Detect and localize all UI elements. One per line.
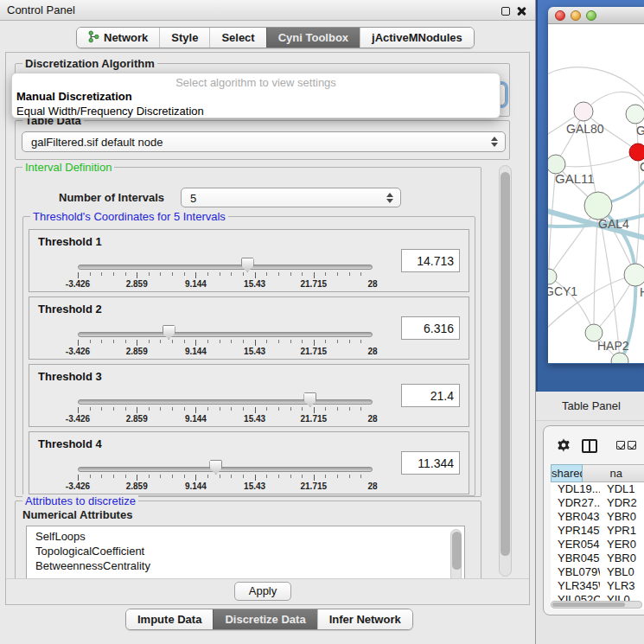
cell[interactable]: YBR043C — [551, 510, 600, 524]
table-data-combobox[interactable]: galFiltered.sif default node — [22, 131, 506, 152]
slider-thumb[interactable] — [303, 392, 316, 407]
node-label: HAP2 — [597, 339, 629, 353]
scale-tick-label: 21.715 — [301, 414, 328, 424]
threshold-2-slider[interactable]: -3.426 2.859 9.144 15.43 21.715 28 — [78, 323, 373, 358]
close-icon[interactable] — [516, 6, 526, 16]
zoom-traffic-light[interactable] — [586, 10, 596, 21]
checkbox-icon[interactable] — [628, 441, 636, 450]
table-row[interactable]: YLR345WYLR3 — [551, 579, 644, 593]
tab-infer-network[interactable]: Infer Network — [317, 609, 412, 629]
node-attribute-table: shared... na YDL19...YDL1 YDR27...YDR2 Y… — [551, 464, 644, 609]
list-scrollbar[interactable] — [450, 529, 462, 578]
tab-infer-network-label: Infer Network — [329, 613, 401, 626]
cyni-toolbox-panel: Discretization Algorithm Select algorith… — [5, 52, 530, 605]
list-item[interactable]: TopologicalCoefficient — [27, 544, 464, 558]
tab-style[interactable]: Style — [159, 28, 209, 48]
cell[interactable]: YDR27... — [551, 496, 600, 510]
tab-impute-data-label: Impute Data — [137, 613, 201, 626]
table-horizontal-scrollbar[interactable] — [551, 601, 642, 609]
cell[interactable]: YLR3 — [600, 579, 644, 593]
scale-tick-label: 15.43 — [244, 347, 265, 356]
cell[interactable]: YPR145W — [551, 524, 600, 538]
scale-tick-label: 15.43 — [244, 481, 265, 491]
scale-tick-label: 21.715 — [301, 481, 328, 491]
slider-thumb[interactable] — [163, 325, 175, 340]
settings-scrollbar-thumb[interactable] — [501, 172, 510, 556]
algorithm-option-manual[interactable]: Manual Discretization — [16, 90, 132, 103]
node-selected-red[interactable] — [629, 143, 644, 161]
tab-impute-data[interactable]: Impute Data — [126, 609, 213, 629]
list-scrollbar-thumb[interactable] — [452, 532, 462, 570]
slider-thumb[interactable] — [241, 258, 254, 272]
threshold-1-value-field[interactable] — [401, 249, 460, 272]
minimize-traffic-light[interactable] — [571, 10, 581, 21]
cell[interactable]: YDR2 — [600, 496, 644, 510]
slider-track[interactable] — [78, 265, 373, 270]
list-item[interactable]: SelfLoops — [27, 529, 464, 544]
list-item[interactable]: BetweennessCentrality — [27, 558, 464, 573]
threshold-4-value-field[interactable] — [401, 451, 460, 475]
table-horizontal-scrollbar-thumb[interactable] — [552, 603, 625, 607]
table-row[interactable]: YDL19...YDL1 — [551, 482, 644, 496]
network-window-titlebar — [548, 7, 644, 24]
slider-scale: -3.426 2.859 9.144 15.43 21.715 28 — [78, 414, 373, 424]
cell[interactable]: YLR345W — [551, 579, 600, 593]
slider-ticks-major — [78, 340, 373, 346]
algorithm-option-equal-width[interactable]: Equal Width/Frequency Discretization — [16, 105, 204, 118]
slider-track[interactable] — [78, 467, 373, 472]
table-row[interactable]: YBR045CYBR0 — [551, 552, 644, 565]
threshold-2-value-field[interactable] — [401, 316, 460, 340]
table-row[interactable]: YBL079WYBL0 — [551, 565, 644, 579]
tab-discretize-data[interactable]: Discretize Data — [213, 609, 316, 629]
scale-tick-label: -3.426 — [66, 347, 90, 356]
cell[interactable]: YDL19... — [551, 482, 600, 496]
node-gcy1[interactable] — [548, 269, 557, 284]
cell[interactable]: YDL1 — [600, 482, 644, 496]
cyni-bottom-tabs: Impute Data Discretize Data Infer Networ… — [125, 609, 413, 630]
cell[interactable]: YER054C — [551, 538, 600, 552]
slider-track[interactable] — [78, 399, 373, 405]
table-row[interactable]: YER054CYER0 — [551, 538, 644, 552]
tab-network[interactable]: Network — [77, 28, 159, 48]
slider-track[interactable] — [78, 332, 373, 337]
column-header-name[interactable]: na — [583, 464, 644, 482]
table-row[interactable]: YPR145WYPR1 — [551, 524, 644, 538]
interval-definition-label: Interval Definition — [22, 163, 114, 174]
network-canvas[interactable]: GAL80 G. C GAL11 GAL4 GCY1 H HAP2 — [548, 24, 644, 363]
node-top-right[interactable] — [626, 105, 644, 124]
settings-scrollbar[interactable] — [499, 165, 512, 577]
column-visibility-icon[interactable] — [582, 439, 597, 453]
threshold-3-slider[interactable]: -3.426 2.859 9.144 15.43 21.715 28 — [78, 391, 373, 425]
threshold-3-value-field[interactable] — [401, 384, 460, 407]
cell[interactable]: YER0 — [600, 538, 644, 552]
float-window-icon[interactable] — [501, 7, 510, 16]
threshold-1-slider[interactable]: -3.426 2.859 9.144 15.43 21.715 28 — [78, 256, 373, 290]
number-of-intervals-combobox[interactable]: 5 — [181, 188, 401, 207]
cell[interactable]: YBR0 — [600, 510, 644, 524]
threshold-4-slider[interactable]: -3.426 2.859 9.144 15.43 21.715 28 — [78, 458, 373, 493]
node-bottom[interactable] — [611, 353, 628, 363]
tab-jactivemnodules[interactable]: jActiveMNodules — [360, 28, 474, 48]
cell[interactable]: YBR0 — [600, 552, 644, 565]
table-row[interactable]: YBR043CYBR0 — [551, 510, 644, 524]
cell[interactable]: YPR1 — [600, 524, 644, 538]
close-traffic-light[interactable] — [555, 10, 565, 21]
tab-select[interactable]: Select — [209, 28, 265, 48]
node-h[interactable] — [624, 264, 644, 286]
checkbox-icon[interactable] — [616, 441, 625, 450]
table-panel-titlebar: Table Panel — [536, 392, 644, 421]
gear-icon[interactable] — [556, 437, 571, 456]
screenshot-root: Control Panel Network Style — [0, 0, 644, 644]
node-gal80[interactable] — [574, 102, 593, 121]
cell[interactable]: YBR045C — [551, 552, 600, 565]
cell[interactable]: YBL079W — [551, 565, 600, 579]
tab-cyni-toolbox[interactable]: Cyni Toolbox — [266, 28, 360, 48]
column-header-shared[interactable]: shared... — [551, 464, 583, 482]
tab-network-label: Network — [104, 31, 148, 44]
apply-button[interactable]: Apply — [234, 582, 291, 601]
node-gal4[interactable] — [584, 192, 612, 220]
cell[interactable]: YBL0 — [600, 565, 644, 579]
table-row[interactable]: YDR27...YDR2 — [551, 496, 644, 510]
combo-arrows-icon — [490, 136, 498, 148]
slider-thumb[interactable] — [209, 460, 222, 475]
